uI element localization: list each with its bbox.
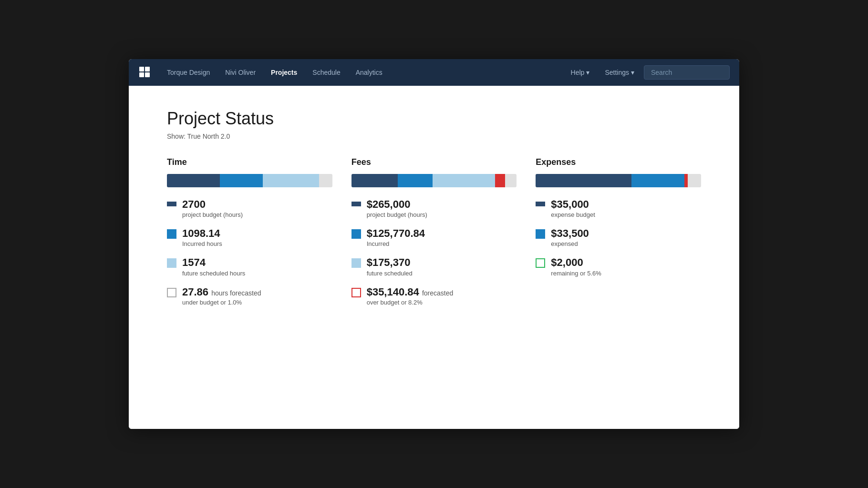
fees-budget-value: $265,000 xyxy=(367,199,427,210)
fees-budget-icon xyxy=(351,202,361,206)
fees-incurred-icon xyxy=(351,229,361,239)
fees-bar-light xyxy=(433,174,496,187)
page-title: Project Status xyxy=(167,109,701,129)
fees-budget-row: $265,000 project budget (hours) xyxy=(351,199,517,218)
fees-overbudget-icon xyxy=(351,288,361,297)
help-button[interactable]: Help ▾ xyxy=(565,66,596,79)
time-future-value: 1574 xyxy=(182,257,245,268)
fees-title: Fees xyxy=(351,157,517,167)
fees-budget-label: project budget (hours) xyxy=(367,211,427,218)
fees-incurred-value: $125,770.84 xyxy=(367,228,425,239)
expenses-progress-bar xyxy=(536,174,701,187)
time-bar-mid xyxy=(220,174,263,187)
expenses-section: Expenses $35,000 expense budget xyxy=(536,157,701,315)
time-bar-light xyxy=(263,174,319,187)
future-icon xyxy=(167,258,176,268)
navbar: Torque Design Nivi Oliver Projects Sched… xyxy=(129,59,739,86)
incurred-icon xyxy=(167,229,176,239)
expenses-budget-label: expense budget xyxy=(551,211,595,218)
page-subtitle: Show: True North 2.0 xyxy=(167,132,701,140)
fees-section: Fees $265,000 project budget (hours) xyxy=(351,157,517,315)
time-incurred-value: 1098.14 xyxy=(182,228,222,239)
time-underbudget-label: under budget or 1.0% xyxy=(182,299,261,306)
svg-rect-0 xyxy=(139,67,144,71)
expenses-budget-row: $35,000 expense budget xyxy=(536,199,701,218)
fees-future-row: $175,370 future scheduled xyxy=(351,257,517,276)
expenses-budget-value: $35,000 xyxy=(551,199,595,210)
nav-projects[interactable]: Projects xyxy=(265,66,303,79)
search-input[interactable] xyxy=(644,65,730,80)
time-incurred-label: Incurred hours xyxy=(182,240,222,247)
time-budget-value: 2700 xyxy=(182,199,243,210)
time-underbudget-row: 27.86 hours forecasted under budget or 1… xyxy=(167,286,332,306)
time-budget-label: project budget (hours) xyxy=(182,211,243,218)
expenses-remaining-value: $2,000 xyxy=(551,257,601,268)
settings-button[interactable]: Settings ▾ xyxy=(599,66,640,79)
svg-rect-3 xyxy=(145,72,150,77)
svg-rect-1 xyxy=(145,67,150,71)
fees-overbudget-label: over budget or 8.2% xyxy=(367,299,454,306)
time-bar-dark xyxy=(167,174,220,187)
underbudget-icon xyxy=(167,288,176,297)
expenses-title: Expenses xyxy=(536,157,701,167)
expenses-bar-mid xyxy=(631,174,684,187)
fees-future-label: future scheduled xyxy=(367,270,413,277)
nav-analytics[interactable]: Analytics xyxy=(350,66,388,79)
fees-incurred-label: Incurred xyxy=(367,240,425,247)
budget-icon xyxy=(167,202,176,206)
expenses-expensed-icon xyxy=(536,229,545,239)
time-underbudget-value: 27.86 hours forecasted xyxy=(182,286,261,298)
nav-torque-design[interactable]: Torque Design xyxy=(161,66,216,79)
time-section: Time 2700 project budget (hours) xyxy=(167,157,332,315)
svg-rect-2 xyxy=(139,72,144,77)
expenses-remaining-row: $2,000 remaining or 5.6% xyxy=(536,257,701,276)
time-progress-bar xyxy=(167,174,332,187)
expenses-bar-dark xyxy=(536,174,631,187)
expenses-expensed-value: $33,500 xyxy=(551,228,589,239)
expenses-expensed-label: expensed xyxy=(551,240,589,247)
fees-future-value: $175,370 xyxy=(367,257,413,268)
chevron-down-icon: ▾ xyxy=(631,69,634,76)
time-future-row: 1574 future scheduled hours xyxy=(167,257,332,276)
fees-bar-red xyxy=(495,174,505,187)
time-title: Time xyxy=(167,157,332,167)
expenses-remaining-label: remaining or 5.6% xyxy=(551,270,601,277)
browser-window: Torque Design Nivi Oliver Projects Sched… xyxy=(129,59,739,429)
nav-schedule[interactable]: Schedule xyxy=(307,66,346,79)
fees-incurred-row: $125,770.84 Incurred xyxy=(351,228,517,247)
expenses-expensed-row: $33,500 expensed xyxy=(536,228,701,247)
time-budget-row: 2700 project budget (hours) xyxy=(167,199,332,218)
expenses-budget-icon xyxy=(536,202,545,206)
expenses-remaining-icon xyxy=(536,258,545,268)
expenses-bar-red xyxy=(684,174,688,187)
app-logo-icon[interactable] xyxy=(138,66,152,79)
time-incurred-row: 1098.14 Incurred hours xyxy=(167,228,332,247)
fees-progress-bar xyxy=(351,174,517,187)
stats-grid: Time 2700 project budget (hours) xyxy=(167,157,701,315)
chevron-down-icon: ▾ xyxy=(586,69,589,76)
nav-nivi-oliver[interactable]: Nivi Oliver xyxy=(219,66,261,79)
fees-bar-mid xyxy=(398,174,433,187)
time-future-label: future scheduled hours xyxy=(182,270,245,277)
fees-overbudget-row: $35,140.84 forecasted over budget or 8.2… xyxy=(351,286,517,306)
main-content: Project Status Show: True North 2.0 Time… xyxy=(129,86,739,429)
fees-future-icon xyxy=(351,258,361,268)
fees-bar-dark xyxy=(351,174,398,187)
fees-overbudget-value: $35,140.84 forecasted xyxy=(367,286,454,298)
